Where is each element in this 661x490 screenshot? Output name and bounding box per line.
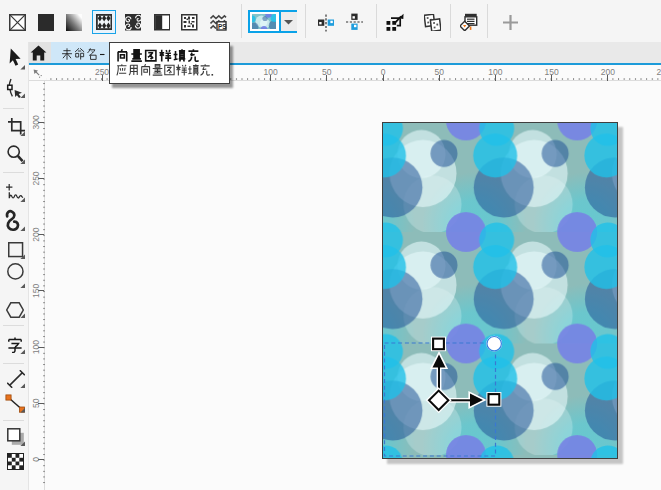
svg-text:150: 150 xyxy=(545,67,559,77)
svg-text:PS: PS xyxy=(218,23,227,30)
svg-text:50: 50 xyxy=(31,398,41,408)
svg-text:0: 0 xyxy=(381,67,386,77)
svg-text:250: 250 xyxy=(31,171,41,185)
svg-text:50: 50 xyxy=(322,67,332,77)
svg-text:250: 250 xyxy=(656,67,661,77)
svg-text:100: 100 xyxy=(488,67,502,77)
svg-text:100: 100 xyxy=(264,67,278,77)
svg-text:200: 200 xyxy=(601,67,615,77)
svg-text:200: 200 xyxy=(31,227,41,241)
svg-text:300: 300 xyxy=(31,115,41,129)
svg-text:150: 150 xyxy=(31,284,41,298)
svg-text:50: 50 xyxy=(434,67,444,77)
svg-text:250: 250 xyxy=(95,67,109,77)
svg-text:0: 0 xyxy=(31,457,41,462)
svg-text:100: 100 xyxy=(31,340,41,354)
